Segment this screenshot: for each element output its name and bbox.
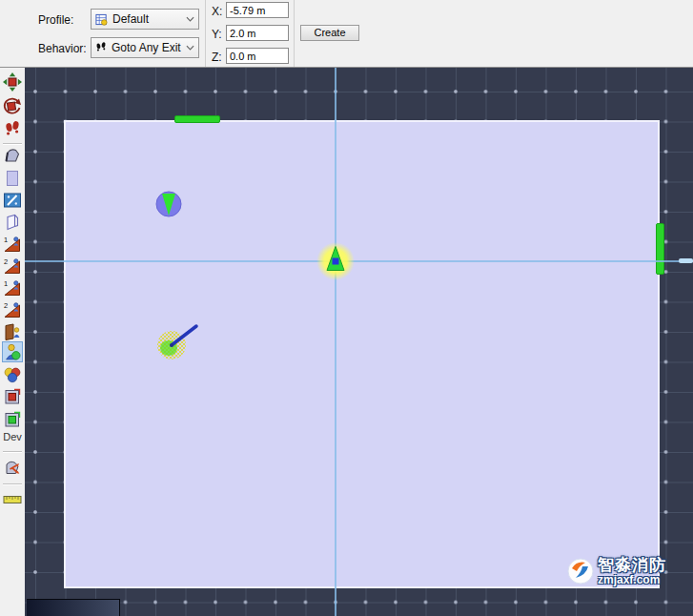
z-label: Z: [212, 51, 222, 64]
dev-extract-tool-button[interactable] [2, 457, 23, 478]
dev-section-label: Dev [0, 431, 25, 442]
tool-separator [3, 451, 22, 452]
stair-up-2-icon: 2 [3, 257, 22, 276]
toolbar-divider [205, 0, 206, 67]
x-label: X: [212, 5, 222, 18]
watermark-title: 智淼消防 [598, 557, 666, 573]
rectangle-room-icon [3, 169, 22, 188]
occupant-group-icon [3, 365, 22, 384]
selected-occupant-heading-marker[interactable] [143, 322, 204, 364]
footprints-icon [95, 41, 107, 54]
watermark: 智淼消防 zmjaxf.com [567, 557, 666, 585]
move-icon [3, 72, 22, 92]
add-occupant-icon [3, 342, 22, 361]
behavior-value: Goto Any Exit [112, 41, 181, 54]
simulation-app-window: Profile: Default Behavior: Goto Any Exit [0, 0, 693, 616]
wall-slash-icon [3, 191, 22, 210]
door-person-icon [3, 322, 22, 341]
occupant-marker[interactable] [154, 190, 183, 218]
open-box-icon [3, 213, 22, 232]
ruler-icon [3, 490, 22, 509]
z-coordinate-input[interactable] [226, 48, 289, 64]
profile-sheet-icon [95, 13, 108, 26]
exit-door-tool-button[interactable] [2, 321, 23, 342]
stair-up-icon: 1 [3, 235, 22, 254]
svg-text:1: 1 [4, 236, 8, 244]
polygon-room-icon [3, 146, 22, 165]
profile-label: Profile: [38, 13, 73, 27]
svg-text:1: 1 [4, 279, 8, 288]
behavior-label: Behavior: [38, 42, 87, 55]
extract-arrows-icon [3, 458, 22, 477]
footprints-tool-button[interactable] [2, 118, 23, 139]
crosshair-edge-marker [679, 258, 693, 263]
ramp-2-icon: 2 [3, 300, 22, 319]
bottom-left-object [27, 599, 120, 616]
stair-tool-button[interactable]: 1 [2, 234, 23, 255]
y-coordinate-input[interactable] [226, 25, 289, 41]
svg-text:2: 2 [4, 301, 8, 310]
tool-separator [3, 143, 22, 144]
ramp-tool-button[interactable]: 1 [2, 277, 23, 298]
x-coordinate-input[interactable] [226, 2, 289, 18]
region-green-tool-button[interactable] [2, 409, 23, 430]
profile-dropdown[interactable]: Default [91, 9, 199, 30]
profile-value: Default [112, 12, 181, 26]
crosshair-horizontal-line [25, 260, 693, 262]
stair-tool-2-button[interactable]: 2 [2, 256, 23, 277]
red-footprints-icon [3, 119, 22, 138]
thin-wall-tool-button[interactable] [2, 190, 23, 211]
watermark-logo-icon [567, 558, 594, 585]
ramp-tool-2-button[interactable]: 2 [2, 299, 23, 320]
top-toolbar: Profile: Default Behavior: Goto Any Exit [0, 0, 693, 68]
rectangle-room-tool-button[interactable] [2, 168, 23, 189]
move-tool-button[interactable] [2, 72, 23, 92]
chevron-down-icon [186, 16, 194, 22]
red-region-icon [3, 387, 22, 406]
chevron-down-icon [186, 45, 194, 51]
ruler-tool-button[interactable] [2, 489, 23, 510]
create-button[interactable]: Create [300, 25, 359, 41]
ramp-icon: 1 [3, 278, 22, 298]
y-label: Y: [212, 28, 222, 41]
rotate-icon [3, 96, 22, 115]
exit-door-top[interactable] [174, 115, 220, 123]
occupant-group-tool-button[interactable] [2, 364, 23, 385]
left-tool-strip: 1 2 1 2 [0, 68, 25, 616]
polygon-room-tool-button[interactable] [2, 145, 23, 166]
rotate-tool-button[interactable] [2, 95, 23, 116]
watermark-url: zmjaxf.com [598, 574, 666, 585]
add-occupant-tool-button[interactable] [2, 341, 23, 362]
region-red-tool-button[interactable] [2, 386, 23, 407]
open-box-tool-button[interactable] [2, 212, 23, 233]
exit-door-right[interactable] [656, 223, 664, 275]
toolbar-divider [294, 0, 295, 67]
occupant-cursor-preview [315, 240, 357, 282]
green-region-icon [3, 410, 22, 429]
tool-separator [3, 483, 22, 484]
model-canvas[interactable]: 智淼消防 zmjaxf.com [25, 68, 693, 616]
behavior-dropdown[interactable]: Goto Any Exit [91, 37, 199, 58]
svg-text:2: 2 [4, 257, 8, 266]
crosshair-vertical-line [335, 68, 336, 616]
